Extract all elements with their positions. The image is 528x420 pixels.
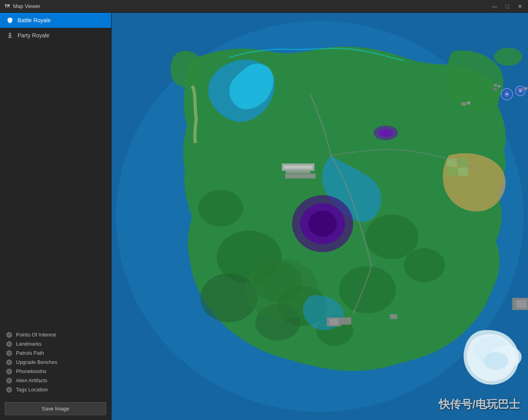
svg-point-20 — [339, 266, 396, 313]
svg-point-10 — [378, 129, 393, 137]
save-image-button[interactable]: Save Image — [5, 402, 106, 415]
layers-section: Points Of Interest Landmarks Patrols Pat… — [0, 324, 111, 397]
main-layout: Battle Royale Party Royale Points Of Int… — [0, 13, 528, 420]
layer-poi-label: Points Of Interest — [16, 332, 56, 338]
nav-battle-royale-label: Battle Royale — [18, 17, 51, 23]
layer-tags-label: Tags Location — [16, 387, 48, 393]
nav-party-royale-label: Party Royale — [18, 32, 49, 39]
svg-rect-38 — [330, 319, 338, 325]
layer-patrols[interactable]: Patrols Path — [5, 348, 106, 358]
svg-point-8 — [308, 211, 337, 237]
svg-rect-35 — [286, 171, 310, 173]
layer-upgrade[interactable]: Upgrade Benches — [5, 358, 106, 367]
app-title: Map Viewer — [13, 3, 40, 9]
svg-point-18 — [366, 214, 418, 259]
svg-rect-27 — [498, 85, 500, 87]
toggle-landmarks[interactable] — [6, 341, 12, 347]
anchor-icon — [6, 32, 14, 39]
svg-point-57 — [484, 352, 508, 370]
layer-alien[interactable]: Alien Artifacts — [5, 376, 106, 385]
layer-phonebooths[interactable]: Phonebooths — [5, 367, 106, 376]
app-icon: 🗺 — [5, 3, 10, 9]
layer-landmarks[interactable]: Landmarks — [5, 339, 106, 348]
toggle-upgrade[interactable] — [6, 360, 12, 365]
svg-point-54 — [519, 90, 521, 92]
svg-rect-14 — [458, 167, 468, 175]
toggle-patrols[interactable] — [6, 350, 12, 356]
maximize-button[interactable]: □ — [504, 3, 510, 10]
svg-rect-31 — [461, 102, 466, 105]
shield-icon — [6, 17, 14, 24]
layer-tags[interactable]: Tags Location — [5, 385, 106, 394]
svg-rect-40 — [390, 314, 397, 319]
layer-landmarks-label: Landmarks — [16, 341, 41, 347]
title-bar: 🗺 Map Viewer — □ ✕ — [0, 0, 528, 13]
map-area[interactable]: 快传号/电玩巴士 — [111, 13, 528, 420]
close-button[interactable]: ✕ — [517, 3, 523, 10]
svg-rect-32 — [467, 101, 470, 104]
nav-party-royale[interactable]: Party Royale — [0, 28, 111, 43]
nav-battle-royale[interactable]: Battle Royale — [0, 13, 111, 28]
svg-point-5 — [494, 48, 522, 66]
minimize-button[interactable]: — — [491, 3, 498, 10]
svg-rect-39 — [341, 317, 351, 325]
title-bar-left: 🗺 Map Viewer — [5, 3, 40, 9]
layer-upgrade-label: Upgrade Benches — [16, 359, 57, 365]
layer-poi[interactable]: Points Of Interest — [5, 330, 106, 339]
toggle-phonebooths[interactable] — [6, 369, 12, 374]
svg-point-19 — [404, 248, 445, 282]
layer-patrols-label: Patrols Path — [16, 350, 44, 356]
map-svg — [111, 13, 528, 420]
layer-alien-label: Alien Artifacts — [16, 377, 47, 383]
svg-rect-34 — [284, 165, 313, 169]
title-bar-controls[interactable]: — □ ✕ — [491, 3, 523, 10]
layer-phonebooths-label: Phonebooths — [16, 368, 47, 374]
svg-rect-26 — [494, 84, 497, 86]
toggle-tags[interactable] — [6, 387, 12, 393]
svg-rect-36 — [285, 173, 316, 178]
sidebar-spacer — [0, 43, 111, 324]
svg-point-17 — [198, 190, 243, 226]
toggle-poi[interactable] — [6, 332, 12, 338]
svg-rect-47 — [516, 300, 527, 308]
svg-rect-13 — [447, 167, 457, 175]
sidebar: Battle Royale Party Royale Points Of Int… — [0, 13, 111, 420]
svg-point-51 — [506, 93, 508, 95]
toggle-alien[interactable] — [6, 378, 12, 383]
svg-point-0 — [9, 33, 11, 35]
svg-rect-28 — [493, 88, 497, 90]
